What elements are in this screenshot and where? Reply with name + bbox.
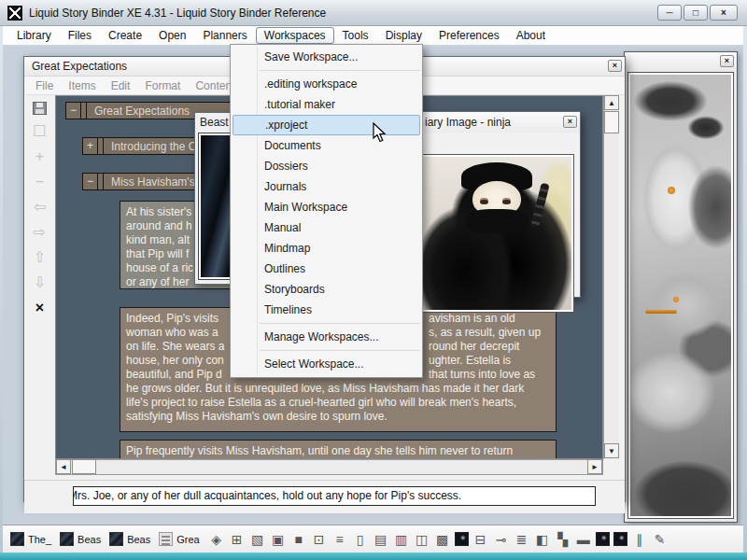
menu-item-select-workspace[interactable]: Select Workspace...	[231, 354, 422, 374]
columns-icon[interactable]: ◧	[534, 526, 551, 553]
menu-library[interactable]: Library	[8, 27, 60, 44]
menu-item-editing-workspace[interactable]: .editing workspace	[231, 74, 422, 94]
package-icon[interactable]: ▧	[249, 526, 266, 553]
arrow-down-icon[interactable]: ⇩	[31, 274, 49, 291]
menu-preferences[interactable]: Preferences	[430, 27, 508, 44]
arrow-right-icon[interactable]: ⇨	[31, 224, 49, 241]
ge-menu-format[interactable]: Format	[141, 79, 191, 92]
menu-item-tutorial-maker[interactable]: .tutorial maker	[231, 94, 422, 115]
menu-item-mindmap[interactable]: Mindmap	[231, 238, 422, 259]
paragraph-right-fragment: avisham is an old s, as a result, given …	[429, 312, 541, 382]
scroll-down-icon[interactable]: ▼	[604, 443, 619, 458]
task-button-beas1[interactable]: Beas	[60, 532, 101, 546]
menu-item-manual[interactable]: Manual	[231, 217, 422, 238]
menu-item-storyboards[interactable]: Storyboards	[231, 279, 422, 300]
window-edge	[743, 26, 747, 560]
ge-menu-edit[interactable]: Edit	[107, 79, 142, 92]
menu-item-timelines[interactable]: Timelines	[231, 300, 422, 320]
outline-thumbnail-icon	[159, 532, 173, 546]
grid-icon[interactable]: ⊞	[229, 526, 246, 553]
menu-workspaces[interactable]: Workspaces	[256, 27, 334, 44]
list-panel-icon[interactable]: ▥	[393, 526, 410, 553]
scroll-right-icon[interactable]: ►	[587, 459, 602, 474]
pause-icon[interactable]: ∥	[631, 526, 648, 553]
menu-item-outlines[interactable]: Outlines	[231, 259, 422, 279]
arrow-left-icon[interactable]: ⇦	[31, 199, 49, 216]
remove-icon[interactable]: −	[31, 174, 49, 190]
menu-open[interactable]: Open	[150, 27, 194, 44]
ge-menu-file[interactable]: File	[32, 79, 64, 92]
vertical-scrollbar[interactable]: ▲ ▼	[603, 95, 619, 459]
ninja-window-titlebar[interactable]: iary Image - ninja ×	[412, 112, 580, 133]
menu-display[interactable]: Display	[377, 27, 430, 44]
menu-item-documents[interactable]: Documents	[231, 135, 422, 156]
square-icon[interactable]: ■	[290, 526, 307, 553]
ninja-image-window[interactable]: iary Image - ninja ×	[411, 111, 581, 298]
maximize-button[interactable]: □	[684, 5, 708, 21]
close-icon[interactable]: ×	[608, 60, 622, 72]
image-thumbnail-icon	[109, 532, 123, 546]
table-icon[interactable]: ▤	[373, 526, 389, 553]
minimize-button[interactable]: ─	[657, 5, 682, 21]
orange-accent-dot	[668, 187, 675, 194]
selection-icon[interactable]: ⊡	[311, 526, 328, 553]
bottom-taskbar: The_ Beas Beas Grea ◈ ⊞ ▧ ▣ ■ ⊡ ≡ ▯ ▤ ▥ …	[3, 525, 743, 553]
menu-about[interactable]: About	[508, 27, 554, 44]
arrow-up-icon[interactable]: ⇧	[31, 249, 49, 266]
layout-icon[interactable]: ▚	[555, 526, 571, 553]
close-icon[interactable]: ×	[563, 116, 577, 128]
menu-files[interactable]: Files	[60, 27, 100, 44]
notes-icon[interactable]: ≡	[331, 526, 348, 553]
task-button-the[interactable]: The_	[10, 532, 51, 546]
split-view-icon[interactable]: ◫	[414, 526, 430, 553]
hscroll-thumb[interactable]	[72, 459, 96, 474]
expand-icon[interactable]: +	[83, 138, 98, 154]
outline-list-icon[interactable]: ≣	[514, 526, 530, 553]
quill-icon[interactable]: ✎	[652, 526, 669, 553]
stop-square-icon[interactable]: ☐	[31, 123, 49, 140]
delete-x-icon[interactable]: ×	[31, 300, 49, 316]
ge-window-title: Great Expectations	[32, 60, 127, 73]
image-thumbnail-icon	[10, 532, 24, 546]
menu-item-xproject[interactable]: .xproject	[233, 115, 420, 135]
add-icon[interactable]: +	[31, 148, 49, 165]
image-sparkle-icon[interactable]	[613, 532, 627, 546]
new-page-icon[interactable]: ▯	[352, 526, 369, 553]
vscroll-thumb[interactable]	[604, 111, 619, 133]
close-button[interactable]: ×	[710, 5, 738, 21]
cyborg-artwork	[628, 73, 733, 518]
ge-menu-items[interactable]: Items	[64, 79, 106, 92]
collapse-icon[interactable]: −	[83, 174, 98, 189]
main-titlebar[interactable]: Liquid Story Binder XE 4.31 - Liquid Sto…	[0, 0, 747, 26]
mouse-cursor	[373, 122, 388, 147]
menu-create[interactable]: Create	[100, 27, 150, 44]
mosaic-icon[interactable]: ▩	[434, 526, 451, 553]
scroll-up-icon[interactable]: ▲	[604, 95, 619, 110]
stack-icon[interactable]: ▬	[575, 526, 592, 553]
collapse-icon[interactable]: −	[66, 103, 81, 119]
image-dark-icon[interactable]	[596, 532, 610, 546]
menu-planners[interactable]: Planners	[194, 27, 255, 44]
menu-tools[interactable]: Tools	[334, 27, 377, 44]
cyborg-window-titlebar[interactable]: ×	[625, 52, 737, 71]
image-thumb-icon[interactable]	[455, 532, 469, 546]
menu-item-dossiers[interactable]: Dossiers	[231, 156, 422, 176]
task-button-beas2[interactable]: Beas	[109, 532, 150, 546]
paragraph-pip-visits[interactable]: Pip frequently visits Miss Havisham, unt…	[120, 440, 557, 459]
calendar-icon[interactable]: ⊟	[472, 526, 489, 553]
horizontal-scrollbar[interactable]: ◄ ►	[55, 459, 603, 475]
task-button-grea[interactable]: Grea	[159, 532, 199, 546]
flowchart-icon[interactable]: ⊸	[493, 526, 510, 553]
menu-item-manage-workspaces[interactable]: Manage Workspaces...	[231, 327, 422, 347]
menu-item-main-workspace[interactable]: Main Workspace	[231, 197, 422, 217]
save-icon[interactable]	[33, 102, 47, 115]
save-icon[interactable]: ▣	[270, 526, 287, 553]
layers-icon[interactable]: ◈	[208, 526, 225, 553]
menu-item-save-workspace[interactable]: Save Workspace...	[231, 47, 422, 67]
status-text-field[interactable]: Mrs. Joe, or any of her dull acquaintanc…	[73, 486, 596, 506]
scroll-left-icon[interactable]: ◄	[56, 459, 71, 474]
menu-item-journals[interactable]: Journals	[231, 176, 422, 197]
close-icon[interactable]: ×	[720, 55, 734, 67]
cyborg-image-window[interactable]: ×	[624, 51, 738, 523]
ninja-veil	[465, 209, 529, 233]
